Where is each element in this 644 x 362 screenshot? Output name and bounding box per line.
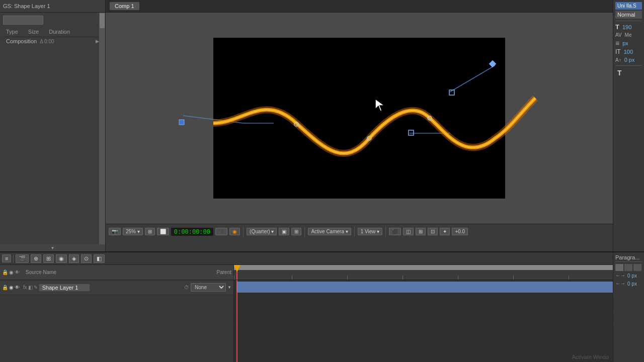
text-row-1: T 190 (615, 23, 642, 31)
quality-selector[interactable]: (Quarter) ▾ (247, 228, 277, 235)
layer-row-1[interactable]: 🔒 ◉ 👁 fx ◧ ✎ Shape Layer 1 ⏱ None ▼ (0, 280, 233, 295)
view-selector[interactable]: 1 View ▾ (358, 228, 383, 235)
blend-mode-display[interactable]: Normal (615, 11, 642, 19)
playhead[interactable] (236, 265, 237, 280)
layer-track-1 (234, 280, 644, 295)
shapes-btn[interactable]: ◉ (56, 254, 67, 263)
empty-track-2 (234, 295, 644, 310)
null-btn[interactable]: ⊙ (81, 254, 92, 263)
text-row-3: IT 100 (615, 48, 642, 55)
timeline-menu-btn[interactable]: ≡ (2, 254, 11, 262)
app-title: GS: Shape Layer 1 (3, 3, 50, 9)
info-btn[interactable]: ⊞ (416, 228, 426, 235)
eye-icon: 👁 (15, 269, 20, 275)
viewport: 📷 25% ▾ ⊞ ⬜ 0:00:00:00 🎥 ◉ (Quarter) ▾ ▣… (106, 13, 613, 239)
left-panel: GS: Shape Layer 1 Type Size Duration Com… (0, 0, 106, 251)
layer-solo-icon[interactable]: 👁 (15, 285, 20, 290)
layer-column-headers: 🔒 ◉ 👁 Source Name Parent (0, 265, 233, 280)
camera-icon-btn[interactable]: 🎥 (215, 228, 227, 235)
offset-display[interactable]: +0.0 (452, 228, 468, 235)
cam2-btn[interactable]: ◧ (94, 254, 105, 263)
color-btn[interactable]: ◉ (229, 228, 240, 235)
svg-rect-5 (409, 130, 414, 135)
safe-btn[interactable]: ⬜ (157, 228, 169, 235)
timecode-display[interactable]: 0:00:00:00 (171, 228, 213, 236)
font-name-display[interactable]: Uni Ila.S (615, 2, 642, 10)
layer-eye-icon[interactable]: ◉ (9, 285, 14, 290)
indent-value-2: 0 px (626, 281, 638, 287)
search-input[interactable] (3, 16, 43, 25)
sep2 (304, 227, 305, 237)
T-bottom-icon[interactable]: T (615, 68, 642, 78)
sep3 (354, 227, 355, 237)
label-1: Me (623, 32, 634, 38)
new-comp-btn[interactable]: ⊕ (31, 254, 41, 263)
timeline-layers: 🔒 ◉ 👁 Source Name Parent 🔒 ◉ 👁 (0, 265, 234, 362)
sep4 (385, 227, 386, 237)
AV-label: AV (615, 32, 622, 38)
para-indent-row: ←→ 0 px (615, 273, 642, 279)
pen-icon: ✎ (34, 285, 38, 290)
playhead-line (236, 280, 237, 362)
timeline-header: ≡ 🎬 ⊕ ⊞ ◉ ◈ ⊙ ◧ ▸ (0, 252, 644, 265)
3d-btn[interactable]: ⊡ (428, 228, 438, 235)
composition-delta: Δ 0:00 (40, 39, 54, 44)
zoom-selector[interactable]: 25% ▾ (123, 228, 143, 235)
parent-dropdown[interactable]: None (191, 283, 226, 292)
align-right-icon[interactable] (633, 264, 641, 271)
layer-lock-icon[interactable]: 🔒 (2, 285, 8, 290)
timeline-ruler[interactable]: 0s 02s 04s 06s (234, 265, 644, 280)
text-row-av: AV Me (615, 32, 642, 38)
layer-fx-icons: fx ◧ ✎ (23, 285, 38, 290)
value-1[interactable]: 190 (620, 24, 633, 31)
right-panel: Uni Ila.S Normal T 190 AV Me ≡ px IT 100… (613, 0, 644, 251)
paragraph-title: Paragra... (615, 254, 642, 262)
align-left-icon[interactable] (615, 264, 623, 271)
mask-btn[interactable]: ◈ (69, 254, 79, 263)
new-solid-btn[interactable]: ⊞ (43, 254, 54, 263)
column-headers: Type Size Duration (3, 27, 102, 37)
grid-btn[interactable]: ⊞ (145, 228, 155, 235)
expand-icon: ▶ (96, 39, 99, 44)
layer-bar-1[interactable] (236, 282, 637, 293)
composition-name: Composition (6, 38, 37, 44)
dropdown-arrow: ▼ (227, 285, 231, 290)
value-4[interactable]: 0 px (622, 56, 637, 63)
comp-tab[interactable]: Comp 1 (110, 2, 139, 10)
value-3[interactable]: 100 (622, 48, 635, 55)
camera-selector[interactable]: Active Camera ▾ (308, 228, 351, 235)
parent-col: Parent (217, 269, 231, 275)
composition-row[interactable]: Composition Δ 0:00 ▶ (3, 37, 102, 45)
timeline-tracks: 0s 02s 04s 06s (234, 265, 644, 362)
snap-btn[interactable]: ✦ (440, 228, 450, 235)
draft-btn[interactable]: ◫ (403, 228, 414, 235)
svg-marker-7 (489, 60, 496, 67)
para-align-row (615, 264, 642, 271)
separator-2 (615, 65, 642, 66)
svg-rect-4 (179, 120, 184, 125)
indent-icon: ←→ (615, 273, 625, 279)
separator-1 (615, 21, 642, 21)
value-2[interactable]: px (620, 40, 630, 47)
snapshot-btn[interactable]: 📷 (109, 228, 121, 235)
app-title-area: GS: Shape Layer 1 (0, 0, 106, 12)
composition-canvas (213, 38, 505, 199)
para-indent-row-2: ←→ 0 px (615, 281, 642, 287)
align-center-icon[interactable] (624, 264, 632, 271)
render-queue-btn[interactable]: 🎬 (16, 254, 29, 263)
source-name-col: Source Name (26, 269, 56, 275)
col-size: Size (28, 29, 39, 35)
comp-icon: ◧ (28, 285, 33, 290)
lines-icon: ≡ (615, 39, 619, 47)
tl-sep1 (13, 254, 14, 262)
checkerboard-btn[interactable]: ⊞ (291, 228, 301, 235)
empty-layer-area (0, 295, 233, 362)
region-btn[interactable]: ▣ (279, 228, 289, 235)
text-row-4: A↑ 0 px (615, 56, 642, 63)
ruler-mark-4s: 04s (347, 276, 348, 280)
col-duration: Duration (49, 29, 70, 35)
layer-name-1[interactable]: Shape Layer 1 (39, 284, 90, 291)
solo-icon: ◉ (9, 269, 14, 275)
render-btn[interactable]: ⬛ (389, 228, 401, 235)
scroll-down-arrow[interactable]: ▼ (0, 244, 105, 251)
